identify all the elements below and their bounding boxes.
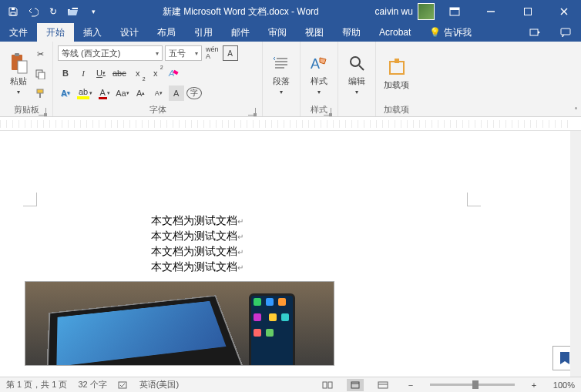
horizontal-ruler[interactable] <box>0 117 581 131</box>
svg-rect-16 <box>39 93 41 98</box>
tab-file[interactable]: 文件 <box>0 23 37 42</box>
open-icon[interactable] <box>65 3 82 20</box>
zoom-out-button[interactable]: − <box>402 379 419 391</box>
comments-icon[interactable] <box>550 23 581 42</box>
minimize-icon[interactable] <box>474 0 508 23</box>
underline-button[interactable]: U ▾ <box>93 65 109 81</box>
paragraph-line[interactable]: 本文档为测试文档↵ <box>151 245 243 259</box>
dialog-launcher-icon[interactable] <box>248 108 256 116</box>
svg-rect-1 <box>12 8 15 10</box>
clipboard-label: 剪贴板 <box>14 105 39 114</box>
tab-layout[interactable]: 布局 <box>148 23 185 42</box>
tab-acrobat[interactable]: Acrobat <box>370 23 420 42</box>
dialog-launcher-icon[interactable] <box>39 108 46 116</box>
group-paragraph: 段落 ▾ <box>263 42 301 116</box>
zoom-slider[interactable] <box>430 384 515 386</box>
enclose-char-icon[interactable]: 字 <box>186 87 202 99</box>
addin-button[interactable]: 加载项 <box>381 43 412 104</box>
redo-icon[interactable]: ↻ <box>45 3 62 20</box>
find-icon <box>346 52 368 74</box>
qa-more-icon[interactable]: ▾ <box>85 3 102 20</box>
svg-rect-11 <box>15 53 19 56</box>
maximize-icon[interactable] <box>511 0 545 23</box>
subscript-button[interactable]: x2 <box>130 65 146 81</box>
language-status[interactable]: 英语(美国) <box>139 379 179 390</box>
tab-review[interactable]: 审阅 <box>259 23 296 42</box>
group-font: 等线 (西文正文)▾ 五号▾ wénA A B I U ▾ abc x2 x2 … <box>53 42 263 116</box>
chevron-down-icon: ▾ <box>17 89 20 95</box>
highlight-icon[interactable]: ab▾ <box>76 85 94 101</box>
clear-format-icon[interactable]: A <box>166 65 181 81</box>
undo-icon[interactable] <box>25 3 42 20</box>
shrink-font-button[interactable]: A▾ <box>151 85 166 101</box>
editing-button[interactable]: 编辑 ▾ <box>343 43 371 104</box>
document-area[interactable]: 本文档为测试文档↵ 本文档为测试文档↵ 本文档为测试文档↵ 本文档为测试文档↵ <box>0 131 581 377</box>
strikethrough-button[interactable]: abc <box>111 65 128 81</box>
zoom-level[interactable]: 100% <box>553 380 575 390</box>
editing-group-label <box>343 104 371 116</box>
svg-text:A: A <box>311 56 320 72</box>
ribbon-tabs: 文件 开始 插入 设计 布局 引用 邮件 审阅 视图 帮助 Acrobat 💡告… <box>0 23 581 42</box>
phonetic-guide-icon[interactable]: wénA <box>204 45 220 61</box>
styles-label: 样式 <box>311 75 327 87</box>
print-layout-icon[interactable] <box>347 379 364 391</box>
close-icon[interactable] <box>547 0 581 23</box>
copy-icon[interactable] <box>32 66 48 82</box>
font-color-icon[interactable]: A ▾ <box>96 85 112 101</box>
share-icon[interactable] <box>519 23 550 42</box>
grow-font-button[interactable]: A▴ <box>133 85 149 101</box>
font-name-combo[interactable]: 等线 (西文正文)▾ <box>58 45 163 61</box>
tab-view[interactable]: 视图 <box>296 23 333 42</box>
page-status[interactable]: 第 1 页，共 1 页 <box>6 379 67 390</box>
paragraph-label: 段落 <box>273 75 290 87</box>
ribbon-display-icon[interactable] <box>438 0 472 23</box>
tab-design[interactable]: 设计 <box>111 23 148 42</box>
cut-icon[interactable]: ✂ <box>32 47 48 62</box>
inline-image[interactable] <box>25 281 334 366</box>
lightbulb-icon: 💡 <box>429 27 441 38</box>
tab-home[interactable]: 开始 <box>37 23 74 42</box>
tell-me-label: 告诉我 <box>444 26 472 39</box>
tab-help[interactable]: 帮助 <box>333 23 370 42</box>
page-corner-mark <box>467 193 481 206</box>
font-name-value: 等线 (西文正文) <box>62 48 120 59</box>
zoom-in-button[interactable]: + <box>526 379 542 391</box>
paste-label: 粘贴 <box>10 75 27 87</box>
save-icon[interactable] <box>5 3 22 20</box>
tab-references[interactable]: 引用 <box>185 23 222 42</box>
read-mode-icon[interactable] <box>319 379 336 391</box>
dialog-launcher-icon[interactable] <box>324 108 331 116</box>
font-size-combo[interactable]: 五号▾ <box>165 45 202 61</box>
svg-rect-26 <box>390 62 404 74</box>
spell-check-icon[interactable] <box>118 380 129 390</box>
tab-mailings[interactable]: 邮件 <box>222 23 259 42</box>
superscript-button[interactable]: x2 <box>148 65 163 81</box>
tab-insert[interactable]: 插入 <box>74 23 111 42</box>
svg-rect-3 <box>450 8 459 10</box>
title-bar: ↻ ▾ 新建 Microsoft Word 文档.docx - Word cai… <box>0 0 581 23</box>
bold-button[interactable]: B <box>58 65 73 81</box>
collapse-ribbon-icon[interactable]: ˄ <box>574 106 578 115</box>
user-name[interactable]: caivin wu <box>375 6 413 17</box>
char-shading-icon[interactable]: A <box>169 85 184 101</box>
paragraph-line[interactable]: 本文档为测试文档↵ <box>151 260 243 274</box>
paragraph-line[interactable]: 本文档为测试文档↵ <box>151 214 243 228</box>
group-clipboard: 粘贴 ▾ ✂ 剪贴板 <box>0 42 53 116</box>
vertical-scrollbar[interactable] <box>570 131 581 377</box>
paragraph-line[interactable]: 本文档为测试文档↵ <box>151 230 243 243</box>
group-addin: 加载项 加载项 <box>376 42 417 116</box>
svg-rect-28 <box>119 382 126 388</box>
change-case-button[interactable]: Aa ▾ <box>114 85 130 101</box>
format-painter-icon[interactable] <box>32 85 48 101</box>
italic-button[interactable]: I <box>76 65 91 81</box>
paragraph-button[interactable]: 段落 ▾ <box>267 43 295 104</box>
tell-me[interactable]: 💡告诉我 <box>420 23 481 42</box>
user-avatar[interactable] <box>418 3 435 20</box>
char-border-icon[interactable]: A <box>223 45 238 61</box>
text-effect-icon[interactable]: A ▾ <box>58 85 73 101</box>
paste-button[interactable]: 粘贴 ▾ <box>5 43 32 104</box>
word-count[interactable]: 32 个字 <box>78 379 106 390</box>
web-layout-icon[interactable] <box>374 379 391 391</box>
styles-button[interactable]: A 样式 ▾ <box>305 43 333 104</box>
paragraph-mark-icon: ↵ <box>237 217 243 226</box>
